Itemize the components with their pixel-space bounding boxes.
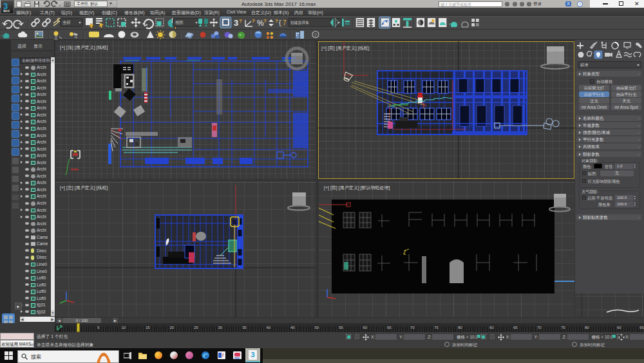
svg-text:?: ? xyxy=(314,32,317,38)
svg-text:7: 7 xyxy=(283,19,287,26)
svg-text:?: ? xyxy=(239,18,242,24)
svg-text:?: ? xyxy=(252,18,255,24)
svg-text:?: ? xyxy=(275,18,278,24)
svg-text:?: ? xyxy=(263,18,267,24)
svg-text:3: 3 xyxy=(234,18,238,28)
